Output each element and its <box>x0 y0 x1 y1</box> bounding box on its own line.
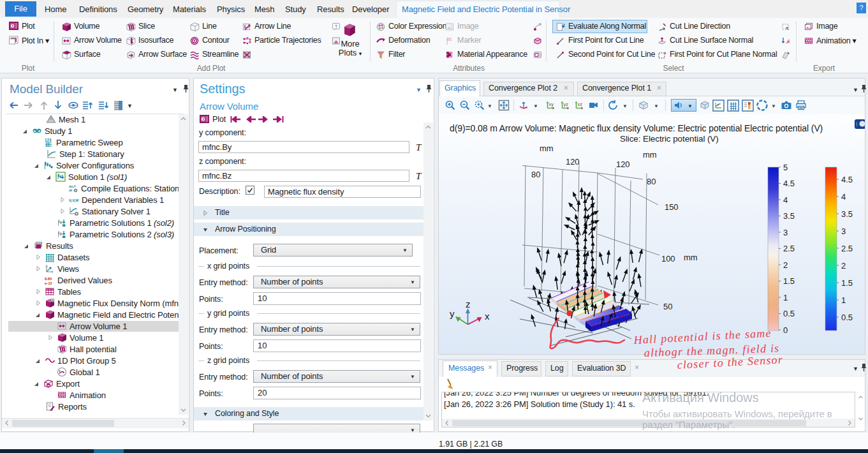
svg-text:4: 4 <box>783 195 788 205</box>
svg-text:80: 80 <box>531 170 540 179</box>
svg-text:2.5: 2.5 <box>783 244 795 253</box>
svg-text:4: 4 <box>841 192 846 202</box>
svg-text:5: 5 <box>783 163 788 172</box>
svg-text:100: 100 <box>661 254 675 264</box>
svg-text:2: 2 <box>783 260 788 270</box>
svg-text:Slice: Electric potential (V): Slice: Electric potential (V) <box>620 134 719 144</box>
svg-text:u,v,w: u,v,w <box>69 198 79 203</box>
svg-text:1.5: 1.5 <box>783 276 795 286</box>
svg-text:0.5: 0.5 <box>841 313 853 322</box>
svg-text:2: 2 <box>841 261 846 271</box>
svg-text:yz: yz <box>564 101 569 107</box>
svg-text:3: 3 <box>783 228 788 237</box>
svg-text:3.5: 3.5 <box>841 209 853 219</box>
svg-text:xy: xy <box>549 101 554 107</box>
svg-text:120: 120 <box>566 157 579 167</box>
svg-text:mm: mm <box>684 253 697 262</box>
svg-text:1: 1 <box>841 295 846 305</box>
svg-text:1.5: 1.5 <box>841 278 853 288</box>
svg-text:8.85: 8.85 <box>45 277 52 281</box>
svg-text:z: z <box>466 299 470 309</box>
svg-text:4.5: 4.5 <box>841 175 853 184</box>
svg-text:1: 1 <box>783 293 788 302</box>
svg-text:123: 123 <box>45 138 52 142</box>
svg-text:50: 50 <box>663 302 672 311</box>
svg-text:3: 3 <box>841 226 846 236</box>
svg-text:x: x <box>485 311 490 322</box>
svg-text:4.5: 4.5 <box>783 179 795 188</box>
svg-text:3.5: 3.5 <box>783 211 795 221</box>
svg-text:mm: mm <box>540 144 553 153</box>
svg-text:mm: mm <box>643 150 656 160</box>
svg-text:150: 150 <box>665 202 678 212</box>
svg-text:120: 120 <box>616 160 629 169</box>
svg-text:2.5: 2.5 <box>841 244 853 253</box>
svg-text:80: 80 <box>647 177 656 186</box>
svg-text:at: at <box>69 188 72 192</box>
svg-text:y: y <box>450 308 455 319</box>
svg-text:d(9)=0.08 m Arrow Volume: Ma: d(9)=0.08 m Arrow Volume: Magnetic flux … <box>450 123 823 133</box>
svg-text:e-12: e-12 <box>45 281 52 285</box>
svg-text:xz: xz <box>578 101 583 107</box>
